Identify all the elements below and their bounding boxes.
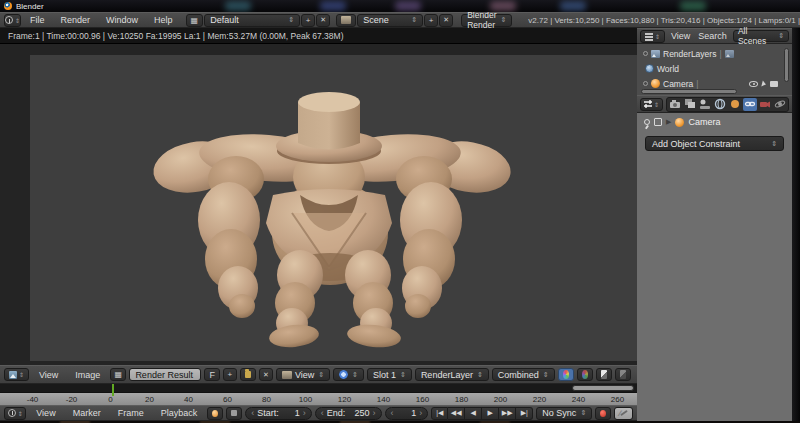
breadcrumb-object-label: Camera xyxy=(688,117,720,127)
auto-keyframe-button[interactable] xyxy=(595,407,611,420)
tab-render-layers[interactable] xyxy=(683,98,697,111)
screen-layout-browse-button[interactable]: ▦ xyxy=(186,14,204,27)
image-editor-viewport[interactable] xyxy=(0,44,637,365)
tab-constraints[interactable] xyxy=(743,98,757,111)
taskbar-blur-decoration xyxy=(225,1,251,11)
play-button[interactable]: ▶ xyxy=(482,407,499,420)
menu-view[interactable]: View xyxy=(32,370,65,380)
menu-view[interactable]: View xyxy=(669,31,692,41)
ruler-tick: 40 xyxy=(169,393,208,405)
expand-toggle-icon[interactable] xyxy=(643,81,648,86)
menu-render[interactable]: Render xyxy=(54,15,98,25)
pin-icon[interactable] xyxy=(644,119,650,125)
taskbar-blur-decoration xyxy=(320,1,346,11)
frame-end-field[interactable]: End:250 xyxy=(315,407,382,420)
tab-scene[interactable] xyxy=(698,98,712,111)
unlink-image-button[interactable] xyxy=(259,368,273,381)
image-datablock-field[interactable]: Render Result xyxy=(129,368,201,381)
breadcrumb-arrow-icon: ▶ xyxy=(666,118,671,126)
render-pass-selector[interactable]: Combined xyxy=(492,368,555,381)
camera-object-icon xyxy=(675,118,684,127)
keying-set-field[interactable]: ∕∕ xyxy=(614,407,633,420)
outliner-item-renderlayers[interactable]: RenderLayers | xyxy=(637,46,792,61)
render-layer-selector[interactable]: RenderLayer xyxy=(415,368,489,381)
new-image-button[interactable] xyxy=(223,368,237,381)
add-scene-button[interactable] xyxy=(424,14,438,27)
alpha-channel-button[interactable] xyxy=(596,368,612,381)
editor-type-button[interactable] xyxy=(4,368,29,381)
next-keyframe-button[interactable]: ▶▶ xyxy=(499,407,516,420)
menu-search[interactable]: Search xyxy=(696,31,729,41)
renderability-icon[interactable] xyxy=(770,81,778,87)
taskbar-blur-decoration xyxy=(395,1,421,11)
play-reverse-button[interactable]: ◀ xyxy=(465,407,482,420)
info-editor-icon xyxy=(5,16,13,24)
scene-browse-button[interactable] xyxy=(336,14,356,27)
expand-toggle-icon[interactable] xyxy=(643,51,648,56)
timeline-scrollbar[interactable] xyxy=(572,385,634,391)
menu-image[interactable]: Image xyxy=(68,370,107,380)
menu-file[interactable]: File xyxy=(23,15,52,25)
render-slot-selector[interactable]: Slot 1 xyxy=(367,368,412,381)
lock-range-button[interactable] xyxy=(226,407,242,420)
view-mode-selector[interactable]: View xyxy=(276,368,330,381)
window-titlebar[interactable]: Blender xyxy=(0,0,800,12)
color-channel-button[interactable] xyxy=(558,368,574,381)
menu-playback[interactable]: Playback xyxy=(154,408,205,418)
jump-to-start-button[interactable]: |◀ xyxy=(431,407,448,420)
fake-user-button[interactable]: F xyxy=(204,368,220,381)
blender-window: Blender File Render Window Help ▦ Defaul… xyxy=(0,0,800,423)
open-image-button[interactable] xyxy=(240,368,256,381)
sync-mode-selector[interactable]: No Sync xyxy=(536,407,592,420)
zbuffer-channel-button[interactable] xyxy=(615,368,631,381)
menu-view[interactable]: View xyxy=(29,408,62,418)
previous-keyframe-button[interactable]: ◀◀ xyxy=(448,407,465,420)
outliner-scope-selector[interactable]: All Scenes xyxy=(733,30,789,42)
ruler-tick: 260 xyxy=(598,393,637,405)
tab-object[interactable] xyxy=(728,98,742,111)
properties-header xyxy=(637,95,792,113)
editor-type-button[interactable] xyxy=(4,14,21,27)
browse-image-button[interactable]: ▦ xyxy=(110,368,126,381)
snap-icon xyxy=(339,370,348,379)
color-alpha-channel-button[interactable] xyxy=(577,368,593,381)
pivot-selector[interactable] xyxy=(333,368,364,381)
menu-marker[interactable]: Marker xyxy=(66,408,108,418)
pencil-icon xyxy=(620,410,628,416)
use-preview-range-button[interactable] xyxy=(207,407,223,420)
add-layout-button[interactable] xyxy=(301,14,315,27)
jump-to-end-button[interactable]: ▶| xyxy=(516,407,533,420)
tab-world[interactable] xyxy=(713,98,727,111)
menu-frame[interactable]: Frame xyxy=(111,408,151,418)
add-object-constraint-button[interactable]: Add Object Constraint xyxy=(645,136,784,151)
delete-layout-button[interactable] xyxy=(316,14,330,27)
editor-type-button[interactable] xyxy=(640,30,665,43)
menu-window[interactable]: Window xyxy=(99,15,145,25)
current-frame-field[interactable]: 1 xyxy=(385,407,429,420)
visibility-icon[interactable] xyxy=(749,81,758,87)
editor-type-button[interactable] xyxy=(640,98,663,111)
scene-selector[interactable]: Scene xyxy=(357,14,423,27)
outliner-item-world[interactable]: World xyxy=(637,61,792,76)
outliner-vertical-scrollbar[interactable] xyxy=(784,48,789,82)
current-frame-playhead[interactable] xyxy=(112,384,114,396)
tab-physics[interactable] xyxy=(773,98,787,111)
outliner-horizontal-scrollbar[interactable] xyxy=(641,89,737,94)
outliner-tree[interactable]: RenderLayers | World Camera | xyxy=(637,44,792,95)
editor-type-button[interactable] xyxy=(4,407,26,420)
tab-render[interactable] xyxy=(668,98,682,111)
frame-start-field[interactable]: Start:1 xyxy=(245,407,312,420)
constraints-panel: Add Object Constraint xyxy=(637,131,792,423)
renderlayers-icon xyxy=(651,50,660,58)
timeline-ruler[interactable]: -40 -20 0 20 40 60 80 100 120 140 160 18… xyxy=(0,392,637,405)
ruler-tick: 80 xyxy=(247,393,286,405)
menu-help[interactable]: Help xyxy=(147,15,180,25)
screen-layout-selector[interactable]: Default xyxy=(204,14,300,27)
selectability-icon[interactable] xyxy=(761,80,766,87)
timeline-track[interactable]: -40 -20 0 20 40 60 80 100 120 140 160 18… xyxy=(0,384,637,405)
tab-object-data[interactable] xyxy=(758,98,772,111)
ruler-tick: 120 xyxy=(325,393,364,405)
record-icon xyxy=(600,410,606,417)
render-engine-selector[interactable]: Blender Render xyxy=(461,14,512,27)
delete-scene-button[interactable] xyxy=(439,14,453,27)
